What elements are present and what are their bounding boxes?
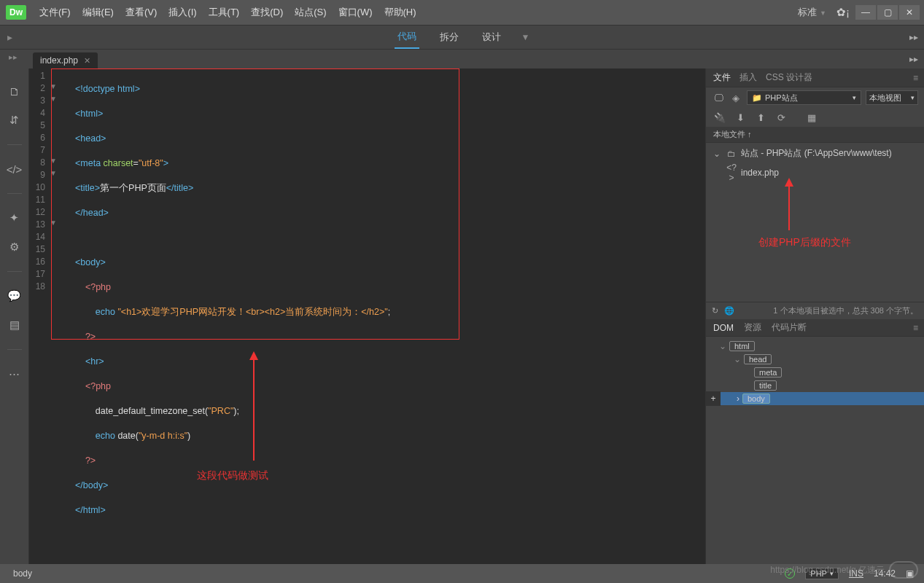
comment-icon[interactable]: 💬 <box>7 288 23 304</box>
sync-icon[interactable]: ⟳ <box>774 111 788 124</box>
dom-node-html[interactable]: ⌄html <box>706 340 924 353</box>
collapse-toolbar-icon[interactable]: ▸▸ <box>9 52 18 62</box>
put-icon[interactable]: ⬆ <box>754 111 767 124</box>
line-gutter: 123456789101112131415161718 <box>29 69 50 293</box>
annotation-arrow-shaft <box>253 359 255 461</box>
menu-tools[interactable]: 工具(T) <box>204 3 244 22</box>
annotation-file-arrow-shaft <box>788 185 790 230</box>
document-tab-bar: ▸▸ index.php ✕ ▸▸ <box>0 50 924 69</box>
watermark: https://blog.csdn.net/q 亿速云 <box>770 561 918 579</box>
connect-icon[interactable]: 🔌 <box>713 111 726 124</box>
site-root-label: 站点 - PHP站点 (F:\AppServ\www\test) <box>741 147 892 160</box>
files-status-text: 1 个本地项目被选中，总共 308 个字节。 <box>740 305 918 316</box>
chevron-down-icon: ⌄ <box>712 149 722 159</box>
annotation-file-label: 创建PHP后缀的文件 <box>758 236 851 249</box>
menu-view[interactable]: 查看(V) <box>121 3 161 22</box>
source-code-icon[interactable]: </> <box>7 161 23 177</box>
file-tree-root[interactable]: ⌄ 🗀 站点 - PHP站点 (F:\AppServ\www\test) <box>706 146 924 161</box>
collapse-right-panel-icon[interactable]: ▸▸ <box>909 54 918 64</box>
view-code-button[interactable]: 代码 <box>395 26 419 49</box>
files-toolbar: 🖵 ◈ 📁PHP站点▾ 本地视图▾ <box>706 87 924 108</box>
code-editor[interactable]: 123456789101112131415161718 ▼ ▼ ▼ ▼ ▼ <!… <box>29 69 705 564</box>
annotation-code-label: 这段代码做测试 <box>197 469 268 482</box>
file-tree: ⌄ 🗀 站点 - PHP站点 (F:\AppServ\www\test) <?>… <box>706 143 924 187</box>
define-servers-icon[interactable]: 🖵 <box>712 91 725 104</box>
file-name-label: index.php <box>741 168 779 178</box>
files-panel-status: ↻ 🌐 1 个本地项目被选中，总共 308 个字节。 <box>706 302 924 319</box>
chevron-down-icon: ⌄ <box>734 354 741 364</box>
view-mode-bar: ▸ 代码 拆分 设计 ▼ ▸▸ <box>0 25 924 50</box>
dom-node-meta[interactable]: meta <box>706 366 924 379</box>
dom-node-body[interactable]: + › body <box>706 392 924 405</box>
add-element-icon[interactable]: + <box>706 391 721 406</box>
minimize-button[interactable]: — <box>855 5 876 20</box>
file-icon[interactable]: 🗋 <box>7 83 23 99</box>
menu-window[interactable]: 窗口(W) <box>334 3 377 22</box>
tab-dom[interactable]: DOM <box>713 319 734 337</box>
sync-settings-icon[interactable]: ✿¡ <box>836 6 850 19</box>
code-highlight-box: <!doctype html> <html> <head> <meta char… <box>51 69 459 340</box>
more-icon[interactable]: ⋯ <box>7 366 23 382</box>
menu-site[interactable]: 站点(S) <box>290 3 330 22</box>
menu-file[interactable]: 文件(F) <box>35 3 75 22</box>
view-more-dropdown[interactable]: ▼ <box>521 32 530 42</box>
menu-help[interactable]: 帮助(H) <box>380 3 421 22</box>
dom-panel-menu-icon[interactable]: ≡ <box>913 323 918 333</box>
dom-node-title[interactable]: title <box>706 379 924 392</box>
tab-resources[interactable]: 资源 <box>744 318 761 337</box>
dom-panel-tabs: DOM 资源 代码片断 ≡ <box>706 319 924 337</box>
ftp-icon[interactable]: ◈ <box>729 91 742 104</box>
tab-snippets[interactable]: 代码片断 <box>772 318 807 337</box>
dom-tree: ⌄html ⌄head meta title + › body <box>706 337 924 564</box>
menu-items: 文件(F) 编辑(E) 查看(V) 插入(I) 工具(T) 查找(D) 站点(S… <box>35 3 421 22</box>
layout-dropdown[interactable]: 标准 ▼ <box>793 3 831 22</box>
get-icon[interactable]: ⬇ <box>734 111 747 124</box>
maximize-button[interactable]: ▢ <box>877 5 898 20</box>
expand-panel-icon[interactable]: ▦ <box>805 111 818 124</box>
globe-icon[interactable]: 🌐 <box>724 306 734 316</box>
files-panel-tabs: 文件 插入 CSS 设计器 ≡ <box>706 69 924 87</box>
tab-files[interactable]: 文件 <box>713 68 731 87</box>
dom-node-head[interactable]: ⌄head <box>706 353 924 366</box>
site-dropdown[interactable]: 📁PHP站点▾ <box>747 90 861 105</box>
main-area: 🗋 ⇵ </> ✦ ⚙ 💬 ▤ ⋯ 1234567891011121314151… <box>0 69 924 564</box>
tag-selector-body[interactable]: body <box>7 567 38 580</box>
file-tree-item[interactable]: <?> index.php <box>706 161 924 184</box>
panel-toggle-icon[interactable]: ▸ <box>7 31 12 43</box>
files-column-header[interactable]: 本地文件 ↑ <box>706 127 924 143</box>
tab-insert[interactable]: 插入 <box>739 68 757 87</box>
file-tab-index[interactable]: index.php ✕ <box>33 52 98 69</box>
app-logo: Dw <box>6 5 26 20</box>
code-toolbar: 🗋 ⇵ </> ✦ ⚙ 💬 ▤ ⋯ <box>0 69 29 564</box>
collapse-panels-icon[interactable]: ▸▸ <box>909 32 918 42</box>
menu-insert[interactable]: 插入(I) <box>164 3 201 22</box>
menu-edit[interactable]: 编辑(E) <box>78 3 118 22</box>
close-button[interactable]: ✕ <box>899 5 920 20</box>
menu-find[interactable]: 查找(D) <box>246 3 287 22</box>
view-dropdown[interactable]: 本地视图▾ <box>866 90 918 105</box>
right-panel: 文件 插入 CSS 设计器 ≡ 🖵 ◈ 📁PHP站点▾ 本地视图▾ 🔌 ⬇ ⬆ … <box>705 69 924 564</box>
collapse-code-icon[interactable]: ▤ <box>7 317 23 333</box>
close-tab-icon[interactable]: ✕ <box>84 56 90 66</box>
folder-icon: 📁 <box>752 93 762 103</box>
view-split-button[interactable]: 拆分 <box>437 26 462 48</box>
file-tab-label: index.php <box>40 55 78 66</box>
wand-icon[interactable]: ✦ <box>7 210 23 226</box>
chevron-down-icon: ⌄ <box>719 341 726 351</box>
php-file-icon: <?> <box>726 163 737 183</box>
menu-bar: Dw 文件(F) 编辑(E) 查看(V) 插入(I) 工具(T) 查找(D) 站… <box>0 0 924 25</box>
files-toolbar-2: 🔌 ⬇ ⬆ ⟳ ▦ <box>706 108 924 127</box>
view-design-button[interactable]: 设计 <box>479 26 504 48</box>
watermark-logo-icon <box>889 561 918 579</box>
tab-css-designer[interactable]: CSS 设计器 <box>766 68 812 87</box>
window-controls: — ▢ ✕ <box>855 5 920 20</box>
chevron-right-icon: › <box>737 394 739 404</box>
format-icon[interactable]: ⚙ <box>7 239 23 255</box>
git-icon[interactable]: ⇵ <box>7 112 23 128</box>
refresh-icon[interactable]: ↻ <box>712 306 718 316</box>
folder-icon: 🗀 <box>726 149 737 159</box>
panel-menu-icon[interactable]: ≡ <box>913 73 918 83</box>
